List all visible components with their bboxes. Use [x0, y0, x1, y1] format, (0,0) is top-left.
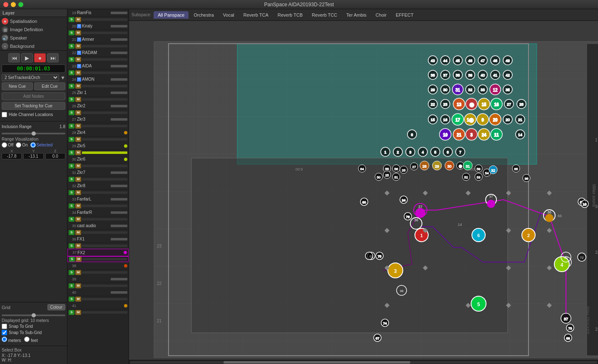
- tab-ter-ambis[interactable]: Ter Ambis: [342, 11, 370, 19]
- channel-30[interactable]: 30 Zkr6: [67, 156, 129, 163]
- grid-slider[interactable]: [2, 314, 65, 316]
- solo-button[interactable]: S: [69, 137, 74, 142]
- tab-reverb-tcc[interactable]: Reverb TCC: [308, 11, 341, 19]
- mute-button[interactable]: M: [76, 257, 82, 262]
- snap-to-grid-checkbox[interactable]: [2, 324, 7, 329]
- channel-19[interactable]: 19 RamFis: [67, 9, 129, 17]
- channel-37[interactable]: 37 FX2: [67, 249, 129, 256]
- feet-option[interactable]: feet: [24, 337, 37, 343]
- mute-button[interactable]: M: [75, 70, 81, 75]
- range-on-option[interactable]: On: [16, 142, 27, 148]
- minimize-button[interactable]: [11, 2, 16, 7]
- channel-21[interactable]: 21 T Amner: [67, 36, 129, 43]
- layer-item-background[interactable]: ▪ Background: [0, 42, 67, 50]
- solo-button[interactable]: S: [69, 44, 74, 49]
- mute-button[interactable]: M: [75, 243, 81, 248]
- range-off-option[interactable]: Off: [2, 142, 13, 148]
- set-tracking-button[interactable]: Set Tracking for Cue: [2, 102, 65, 110]
- channel-35[interactable]: 35 cast audio: [67, 222, 129, 230]
- cue-dropdown[interactable]: 2 SetTracker&Orch: [2, 74, 59, 81]
- channel-40[interactable]: 40: [67, 289, 129, 296]
- tab-reverb-tca[interactable]: Reverb TCA: [239, 11, 273, 19]
- channel-34[interactable]: 34 FanfarR: [67, 209, 129, 216]
- edit-cue-button[interactable]: Edit Cue: [34, 82, 65, 90]
- window-controls[interactable]: [3, 2, 23, 7]
- new-cue-button[interactable]: New Cue: [2, 82, 33, 90]
- channel-39[interactable]: 39: [67, 275, 129, 283]
- solo-button[interactable]: S: [69, 17, 74, 22]
- fast-forward-button[interactable]: ⏭: [47, 53, 59, 62]
- solo-button[interactable]: S: [69, 283, 74, 288]
- range-off-radio[interactable]: [2, 142, 7, 148]
- solo-button[interactable]: S: [69, 270, 74, 275]
- channel-20[interactable]: 20 T Kiraly: [67, 22, 129, 30]
- solo-button[interactable]: S: [69, 257, 75, 262]
- meters-radio[interactable]: [2, 337, 7, 342]
- mute-button[interactable]: M: [75, 217, 81, 222]
- mute-button[interactable]: M: [75, 137, 81, 142]
- solo-button[interactable]: S: [69, 230, 74, 235]
- snap-to-subgrid-checkbox[interactable]: [2, 330, 7, 335]
- channel-36[interactable]: 36 FX1: [67, 235, 129, 243]
- solo-button[interactable]: S: [69, 177, 74, 182]
- horizontal-scrollbar[interactable]: [129, 360, 598, 364]
- solo-button[interactable]: S: [69, 203, 74, 208]
- add-nodes-button[interactable]: Add Nodes: [2, 92, 65, 100]
- solo-button[interactable]: S: [69, 57, 74, 62]
- solo-button[interactable]: S: [69, 84, 74, 89]
- channel-38[interactable]: 38: [67, 262, 129, 270]
- mute-button[interactable]: M: [75, 177, 81, 182]
- tab-reverb-tcb[interactable]: Reverb TCB: [273, 11, 307, 19]
- tab-vocal[interactable]: Vocal: [219, 11, 238, 19]
- solo-button[interactable]: S: [69, 190, 74, 195]
- mute-button[interactable]: M: [75, 270, 81, 275]
- channel-25[interactable]: 25 Zkr 1: [67, 89, 129, 97]
- solo-button[interactable]: S: [69, 217, 74, 222]
- rewind-button[interactable]: ⏮: [8, 53, 20, 62]
- range-selected-radio[interactable]: [30, 142, 36, 148]
- scrollbar-thumb[interactable]: [223, 361, 410, 364]
- play-button[interactable]: ▶: [21, 53, 33, 62]
- tab-choir[interactable]: Choir: [372, 11, 391, 19]
- inclusion-slider[interactable]: [2, 133, 65, 134]
- solo-button[interactable]: S: [69, 243, 74, 248]
- mute-button[interactable]: M: [75, 150, 81, 155]
- mute-button[interactable]: M: [75, 230, 81, 235]
- channel-27[interactable]: 27 Zkr3: [67, 116, 129, 123]
- tab-effect[interactable]: EFFECT: [392, 11, 418, 19]
- channel-31[interactable]: 31 Zkr7: [67, 169, 129, 176]
- layer-item-image[interactable]: ▦ Image Definition: [0, 25, 67, 34]
- channel-22[interactable]: 22 T RADAM: [67, 49, 129, 57]
- maximize-button[interactable]: [18, 2, 23, 7]
- colour-button[interactable]: Colour: [47, 304, 65, 310]
- tab-orchestra[interactable]: Orchestra: [189, 11, 218, 19]
- channel-33[interactable]: 33 FanfarL: [67, 196, 129, 203]
- layer-item-spatialisation[interactable]: ● Spatialisation: [0, 17, 67, 25]
- mute-button[interactable]: M: [75, 17, 81, 22]
- feet-radio[interactable]: [24, 337, 30, 342]
- range-selected-option[interactable]: Selected: [30, 142, 53, 148]
- mute-button[interactable]: M: [75, 30, 81, 35]
- solo-button[interactable]: S: [69, 297, 74, 302]
- range-on-radio[interactable]: [16, 142, 21, 148]
- channel-26[interactable]: 26 Zkr2: [67, 102, 129, 110]
- hide-channel-checkbox[interactable]: [2, 112, 7, 117]
- mute-button[interactable]: M: [75, 203, 81, 208]
- solo-button[interactable]: S: [69, 124, 74, 129]
- solo-button[interactable]: S: [69, 310, 74, 315]
- mute-button[interactable]: M: [75, 283, 81, 288]
- mute-button[interactable]: M: [75, 124, 81, 129]
- channel-23[interactable]: 23 T AIDA: [67, 62, 129, 70]
- channel-29[interactable]: 29 Zkr5: [67, 142, 129, 150]
- solo-button[interactable]: S: [69, 30, 74, 35]
- mute-button[interactable]: M: [75, 57, 81, 62]
- meters-option[interactable]: meters: [2, 337, 21, 343]
- mute-button[interactable]: M: [75, 310, 81, 315]
- mute-button[interactable]: M: [75, 297, 81, 302]
- mute-button[interactable]: M: [75, 190, 81, 195]
- canvas-area[interactable]: tiMax sound 20 19 23 22 21 17 16 18 15 0…: [129, 21, 598, 360]
- solo-button[interactable]: S: [69, 110, 74, 115]
- mute-button[interactable]: M: [75, 84, 81, 89]
- solo-button[interactable]: S: [69, 70, 74, 75]
- channel-28[interactable]: 28 Zkr4: [67, 129, 129, 136]
